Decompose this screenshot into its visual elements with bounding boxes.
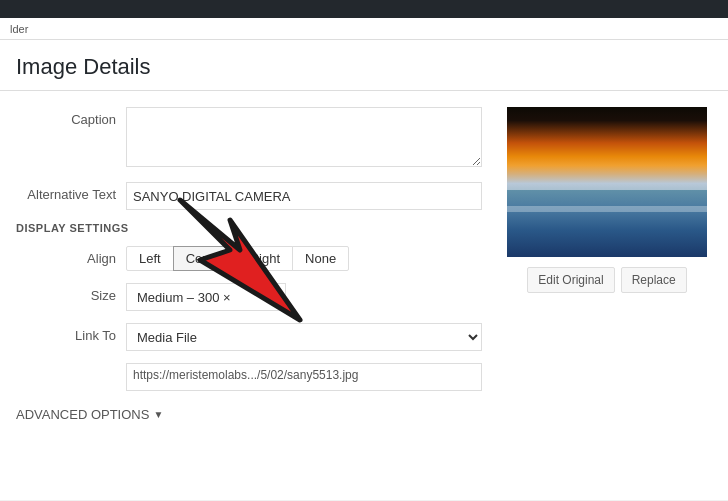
align-center-button[interactable]: Center [173,246,238,271]
link-to-label: Link To [16,323,126,343]
alt-text-input[interactable] [126,182,482,210]
link-to-control: Media File Attachment Page Custom URL No… [126,323,482,351]
breadcrumb-text: lder [10,23,28,35]
align-label: Align [16,246,126,266]
alt-text-row: Alternative Text [16,182,482,210]
size-label: Size [16,283,126,303]
image-buttons: Edit Original Replace [527,267,686,293]
alt-text-control [126,182,482,210]
url-label [16,363,126,368]
beach-sky [507,107,707,197]
align-none-button[interactable]: None [292,246,349,271]
caption-control [126,107,482,170]
caption-label: Caption [16,107,126,127]
right-panel: Edit Original Replace [502,107,712,422]
image-preview-container [507,107,707,257]
align-row: Align Left Center Right None [16,246,482,271]
modal-container: Image Details Caption Alternative Text D… [0,40,728,500]
align-left-button[interactable]: Left [126,246,174,271]
top-bar [0,0,728,18]
modal-body: Caption Alternative Text DISPLAY SETTING… [0,107,728,422]
beach-shore [507,206,707,212]
display-settings-title: DISPLAY SETTINGS [16,222,482,234]
left-panel: Caption Alternative Text DISPLAY SETTING… [16,107,482,422]
link-to-row: Link To Media File Attachment Page Custo… [16,323,482,351]
link-to-select[interactable]: Media File Attachment Page Custom URL No… [126,323,482,351]
size-select[interactable]: Medium – 300 × [126,283,286,311]
advanced-options-toggle[interactable]: ADVANCED OPTIONS ▼ [16,407,482,422]
size-control: Medium – 300 × [126,283,482,311]
caption-input[interactable] [126,107,482,167]
align-button-group: Left Center Right None [126,246,482,271]
url-row: https://meristemolabs.../5/02/sany5513.j… [16,363,482,391]
alt-text-label: Alternative Text [16,182,126,202]
align-right-button[interactable]: Right [237,246,293,271]
breadcrumb-bar: lder [0,18,728,40]
align-control: Left Center Right None [126,246,482,271]
edit-original-button[interactable]: Edit Original [527,267,614,293]
modal-title: Image Details [0,40,728,91]
advanced-options-label: ADVANCED OPTIONS [16,407,149,422]
url-display: https://meristemolabs.../5/02/sany5513.j… [126,363,482,391]
beach-water [507,190,707,258]
caption-row: Caption [16,107,482,170]
size-row: Size Medium – 300 × [16,283,482,311]
replace-button[interactable]: Replace [621,267,687,293]
advanced-options-arrow-icon: ▼ [153,409,163,420]
url-control: https://meristemolabs.../5/02/sany5513.j… [126,363,482,391]
